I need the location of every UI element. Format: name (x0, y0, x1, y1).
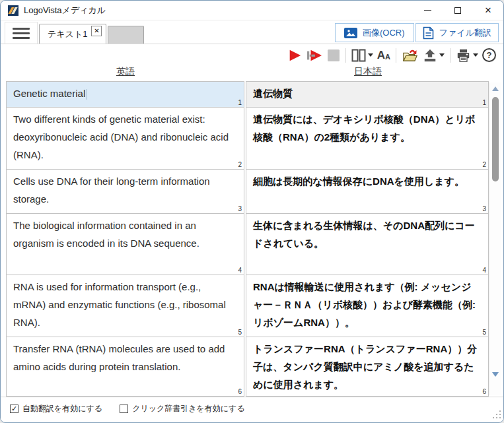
row-number: 6 (238, 388, 242, 396)
printer-icon (456, 48, 471, 63)
checkmark-icon: ✓ (11, 405, 17, 412)
source-cell[interactable]: The biological information contained in … (6, 214, 244, 275)
row-number: 1 (482, 99, 486, 107)
dropdown-caret-icon (439, 53, 445, 57)
stop-icon (327, 49, 340, 62)
column-headers: 英語 日本語 (1, 66, 503, 81)
help-button[interactable]: ? (480, 47, 498, 64)
maximize-icon (454, 7, 461, 14)
close-button[interactable]: ✕ (473, 1, 503, 20)
image-ocr-button[interactable]: 画像(OCR) (335, 23, 414, 42)
export-icon (423, 48, 437, 63)
row-number: 5 (238, 329, 242, 337)
minimize-icon (424, 10, 431, 11)
resize-grip[interactable] (492, 410, 501, 418)
hamburger-icon (13, 28, 30, 30)
print-button[interactable] (454, 47, 480, 64)
image-icon (344, 28, 357, 38)
window-title: LogoVistaメディカル (24, 5, 106, 16)
source-language-header: 英語 (6, 66, 245, 81)
translate-button[interactable] (285, 47, 304, 64)
file-icon (423, 26, 434, 40)
click-dictionary-label: クリック辞書引きを有効にする (132, 403, 245, 414)
play-icon (287, 48, 302, 63)
font-size-button[interactable]: AA (375, 47, 392, 64)
translation-table: Genetic material1 遺伝物質1 Two different ki… (1, 81, 503, 397)
row-number: 2 (238, 161, 242, 169)
main-menu-button[interactable] (5, 22, 38, 44)
row-number: 3 (482, 205, 486, 213)
file-translate-button[interactable]: ファイル翻訳 (415, 23, 499, 42)
toolbar: AA (1, 44, 503, 66)
app-window: LogoVistaメディカル ✕ テキスト1 ✕ 画像(OCR) (0, 0, 504, 423)
auto-translate-label: 自動翻訳を有効にする (22, 403, 102, 414)
export-button[interactable] (421, 47, 447, 64)
source-cell[interactable]: RNA is used for information transport (e… (6, 275, 244, 337)
tab-close-button[interactable]: ✕ (91, 26, 102, 36)
target-cell[interactable]: 生体に含まれる生体情報は、そのDNA配列にコードされている。4 (246, 214, 489, 275)
scroll-up-icon[interactable] (492, 86, 499, 91)
source-cell[interactable]: Cells use DNA for their long-term inform… (6, 170, 244, 214)
footer-bar: ✓ 自動翻訳を有効にする クリック辞書引きを有効にする (1, 397, 503, 420)
target-cell[interactable]: トランスファーRNA（トランスファーRNA））分子は、タンパク質翻訳中にアミノ酸… (246, 337, 489, 397)
scroll-down-icon[interactable] (492, 372, 499, 377)
source-cell[interactable]: Transfer RNA (tRNA) molecules are used t… (6, 337, 244, 397)
scrollbar-thumb[interactable] (492, 97, 499, 181)
tab-label: テキスト1 (48, 28, 87, 40)
dropdown-caret-icon (473, 53, 478, 57)
text-cursor (87, 89, 87, 100)
dropdown-caret-icon (368, 53, 373, 57)
tab-new[interactable] (108, 26, 144, 44)
source-cell[interactable]: Genetic material1 (6, 81, 244, 108)
command-bar: テキスト1 ✕ 画像(OCR) ファイル翻訳 (1, 20, 503, 44)
help-icon: ? (482, 48, 496, 62)
play-all-icon (306, 48, 323, 63)
target-language-link[interactable]: 日本語 (354, 66, 382, 77)
row-number: 6 (482, 388, 486, 396)
stop-button[interactable] (325, 47, 342, 64)
title-bar: LogoVistaメディカル ✕ (1, 1, 503, 20)
click-dictionary-option[interactable]: クリック辞書引きを有効にする (120, 403, 245, 414)
close-icon: ✕ (485, 6, 492, 15)
auto-translate-checkbox[interactable]: ✓ (10, 405, 18, 413)
vertical-scrollbar[interactable] (489, 82, 501, 395)
tab-text1[interactable]: テキスト1 ✕ (39, 24, 106, 44)
file-translate-label: ファイル翻訳 (439, 27, 491, 39)
translate-all-button[interactable] (304, 47, 325, 64)
target-cell[interactable]: 遺伝物質1 (246, 81, 489, 108)
font-size-icon: AA (377, 49, 390, 61)
target-cell[interactable]: 細胞は長期的な情報保存にDNAを使用します。3 (246, 170, 489, 214)
columns-icon (351, 49, 366, 62)
minimize-button[interactable] (412, 1, 443, 20)
row-number: 2 (482, 161, 486, 169)
row-number: 4 (482, 267, 486, 275)
source-cell[interactable]: Two different kinds of genetic material … (6, 108, 244, 170)
target-cell[interactable]: 遺伝物質には、デオキシリボ核酸（DNA）とリボ核酸（RNA）の2種類があります。… (246, 108, 489, 170)
auto-translate-option[interactable]: ✓ 自動翻訳を有効にする (10, 403, 102, 414)
layout-view-button[interactable] (349, 47, 375, 64)
row-number: 1 (238, 99, 242, 107)
maximize-button[interactable] (443, 1, 473, 20)
row-number: 4 (238, 267, 242, 275)
tab-close-icon: ✕ (94, 27, 99, 34)
target-language-header: 日本語 (246, 66, 489, 81)
source-language-link[interactable]: 英語 (116, 66, 135, 77)
target-cell[interactable]: RNAは情報輸送に使用されます（例: メッセンジャー－ＲＮＡ（リボ核酸））および… (246, 275, 489, 337)
row-number: 3 (238, 205, 242, 213)
app-logo-icon (8, 5, 18, 16)
image-ocr-label: 画像(OCR) (363, 27, 405, 39)
click-dictionary-checkbox[interactable] (120, 405, 128, 413)
open-folder-icon (402, 48, 419, 63)
row-number: 5 (482, 329, 486, 337)
open-file-button[interactable] (400, 47, 421, 64)
